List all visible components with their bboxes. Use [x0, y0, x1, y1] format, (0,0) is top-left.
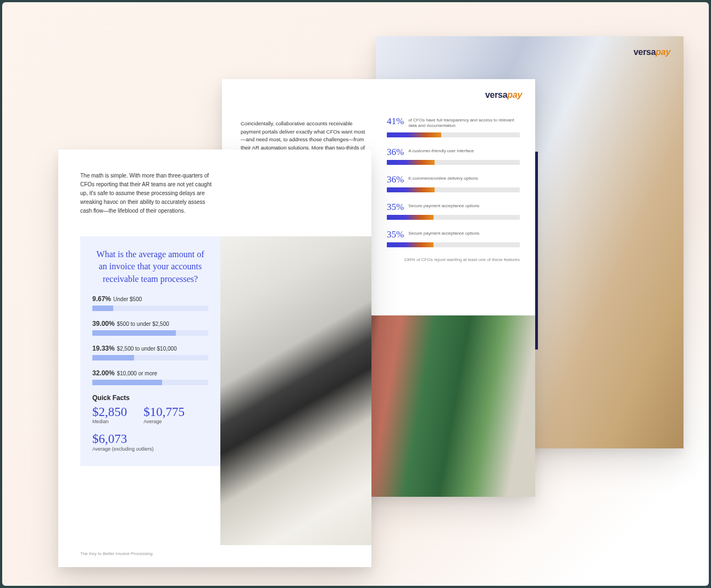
bar-row: 36%E-commerce/online delivery options [387, 175, 520, 192]
row-label: $500 to under $2,500 [117, 321, 169, 327]
row-label: Under $500 [113, 296, 142, 302]
qf-value: $10,775 [143, 405, 185, 419]
qf-average-ex-outliers: $6,073 Average (excluding outliers) [92, 432, 153, 451]
row-pct: 32.00% [92, 369, 115, 377]
row-label: $2,500 to under $10,000 [117, 346, 177, 352]
row-label: $10,000 or more [117, 370, 157, 376]
row-pct: 9.67% [92, 295, 111, 303]
qf-median: $2,850 Median [92, 405, 127, 424]
survey-row: 39.00%$500 to under $2,500 [92, 320, 208, 336]
bar-fill [387, 160, 435, 165]
survey-question: What is the average amount of an invoice… [92, 248, 208, 285]
intro-copy: The math is simple. With more than three… [80, 171, 218, 215]
bar-pct: 36% [387, 147, 404, 157]
row-pct: 39.00% [92, 320, 115, 328]
bar-pct: 36% [387, 175, 404, 184]
bar-pct: 35% [387, 202, 404, 212]
brand-logo: versapay [634, 47, 670, 57]
survey-row: 32.00%$10,000 or more [92, 369, 208, 385]
bar-row: 35%Secure payment acceptance options [387, 230, 520, 247]
row-fill [92, 330, 176, 336]
canvas: versapay Collaborative payment portals r… [2, 2, 709, 586]
bar-track [387, 187, 520, 192]
bar-fill [387, 187, 435, 192]
quick-facts: Quick Facts $2,850 Median $10,775 Averag… [92, 394, 208, 452]
bar-label: E-commerce/online delivery options [408, 175, 478, 181]
brand-part-1: versa [485, 90, 507, 99]
qf-average: $10,775 Average [143, 405, 185, 424]
feature-bars: 41%of CFOs have full transparency and ac… [387, 117, 520, 262]
bar-label: Secure payment acceptance options [408, 202, 479, 209]
report-page-1: The math is simple. With more than three… [58, 149, 371, 567]
quick-facts-heading: Quick Facts [92, 394, 208, 402]
row-fill [92, 380, 162, 385]
bar-track [387, 215, 520, 220]
qf-label: Average [143, 419, 185, 424]
row-fill [92, 306, 113, 311]
survey-row: 9.67%Under $500 [92, 295, 208, 311]
bar-fill [387, 215, 434, 220]
bar-label: of CFOs have full transparency and acces… [408, 117, 520, 129]
bar-pct: 35% [387, 230, 404, 239]
page-footer: The Key to Better Invoice Processing [80, 551, 153, 556]
bar-row: 35%Secure payment acceptance options [387, 202, 520, 220]
qf-value: $2,850 [92, 405, 127, 419]
row-track [92, 380, 208, 385]
bar-pct: 41% [387, 117, 404, 126]
bar-fill [387, 242, 434, 247]
bar-track [387, 132, 520, 137]
qf-value: $6,073 [92, 432, 153, 446]
row-fill [92, 355, 134, 360]
bars-footnote: 100% of CFOs report wanting at least one… [387, 257, 520, 262]
bar-track [387, 242, 520, 247]
qf-label: Median [92, 419, 127, 424]
bar-label: Secure payment acceptance options [408, 230, 479, 236]
brand-part-1: versa [634, 47, 656, 57]
brand-logo: versapay [485, 90, 522, 100]
row-track [92, 355, 208, 360]
bar-label: A customer-friendly user interface [408, 147, 474, 154]
survey-card: What is the average amount of an invoice… [80, 236, 220, 466]
bar-row: 41%of CFOs have full transparency and ac… [387, 117, 520, 137]
row-track [92, 306, 208, 311]
bar-fill [387, 132, 441, 137]
bar-row: 36%A customer-friendly user interface [387, 147, 520, 165]
bar-track [387, 160, 520, 165]
survey-row: 19.33%$2,500 to under $10,000 [92, 345, 208, 360]
row-track [92, 330, 208, 336]
brand-part-2: pay [507, 90, 522, 99]
qf-label: Average (excluding outliers) [92, 446, 153, 452]
photo-desk-calculator [220, 236, 371, 545]
brand-part-2: pay [656, 47, 670, 57]
row-pct: 19.33% [92, 345, 115, 352]
